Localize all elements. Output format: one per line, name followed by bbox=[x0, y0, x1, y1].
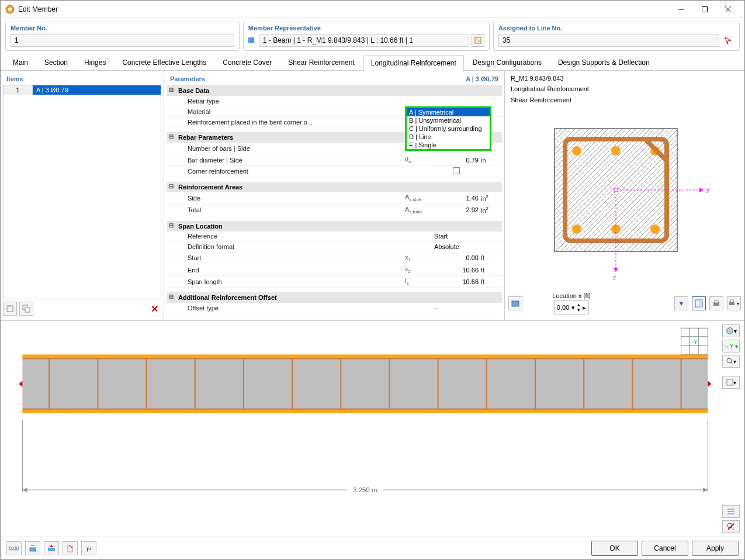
view-option-button[interactable]: ▾ bbox=[722, 376, 740, 389]
svg-rect-44 bbox=[22, 354, 708, 358]
tab-section[interactable]: Section bbox=[37, 54, 75, 70]
svg-point-1 bbox=[8, 8, 12, 11]
zoom-button[interactable]: ▾ bbox=[722, 355, 740, 368]
units-button[interactable]: 0.00 bbox=[6, 541, 22, 555]
items-header: Items bbox=[3, 73, 161, 85]
list-item[interactable]: 1 A | 3 Ø0.79 bbox=[4, 85, 161, 95]
tab-hinges[interactable]: Hinges bbox=[77, 54, 113, 70]
ok-button[interactable]: OK bbox=[591, 541, 638, 556]
view-mode-button[interactable] bbox=[692, 296, 706, 310]
member-no-input[interactable] bbox=[11, 34, 234, 47]
parameters-summary: A | 3 Ø0.79 bbox=[466, 75, 498, 82]
svg-point-19 bbox=[650, 224, 660, 234]
param-reference[interactable]: Reference Start bbox=[167, 231, 502, 242]
tab-design-supports-deflection[interactable]: Design Supports & Deflection bbox=[550, 54, 657, 70]
close-button[interactable] bbox=[716, 1, 740, 18]
group-reinforcement-areas[interactable]: Reinforcement Areas bbox=[167, 182, 502, 192]
group-span-location[interactable]: Span Location bbox=[167, 221, 502, 231]
assigned-input[interactable] bbox=[498, 34, 719, 47]
svg-rect-45 bbox=[22, 410, 708, 413]
search-disable-button[interactable] bbox=[722, 520, 740, 533]
representative-cell: Member Representative bbox=[243, 22, 490, 51]
dropdown-option[interactable]: B | Unsymmetrical bbox=[407, 116, 490, 125]
stepper-icon[interactable]: ▴▾ bbox=[577, 302, 580, 313]
param-span-length[interactable]: Span length ls 10.66 ft bbox=[167, 276, 502, 288]
svg-marker-63 bbox=[708, 381, 711, 387]
dropdown-option[interactable]: C | Uniformly surrounding bbox=[407, 125, 490, 133]
arrow-right-icon[interactable]: ▸ bbox=[583, 304, 586, 312]
param-rebar-type[interactable]: Rebar type A | Symmetrical bbox=[167, 96, 502, 106]
param-definition-format[interactable]: Definition format Absolute bbox=[167, 242, 502, 253]
footer: 0.00 ƒx OK Cancel Apply bbox=[1, 537, 744, 559]
svg-marker-62 bbox=[19, 381, 22, 387]
rebar-type-dropdown[interactable]: A | SymmetricalB | UnsymmetricalC | Unif… bbox=[405, 106, 491, 151]
cancel-button[interactable]: Cancel bbox=[642, 541, 688, 556]
titlebar: Edit Member bbox=[1, 1, 744, 18]
items-list: 1 A | 3 Ø0.79 bbox=[3, 85, 161, 299]
preview-panel: R_M1 9.843/9.843 Longitudinal Reinforcem… bbox=[505, 71, 744, 320]
new-item-button[interactable]: ★ bbox=[3, 302, 17, 316]
tool-1-button[interactable] bbox=[25, 541, 40, 555]
beam-tools: ▾ ↔Y ▾ ▾ ▾ bbox=[718, 321, 744, 537]
apply-button[interactable]: Apply bbox=[692, 541, 739, 556]
header-row: Member No. Member Representative Assigne… bbox=[1, 18, 744, 54]
maximize-button[interactable] bbox=[693, 1, 716, 18]
svg-rect-43 bbox=[22, 357, 708, 411]
tool-2-button[interactable] bbox=[44, 541, 59, 555]
dropdown-option[interactable]: D | Line bbox=[407, 133, 490, 141]
group-base-data[interactable]: Base Data bbox=[167, 85, 502, 96]
function-button[interactable]: ƒx bbox=[81, 541, 96, 555]
assigned-cell: Assigned to Line No. bbox=[493, 22, 740, 51]
list-button[interactable] bbox=[722, 505, 740, 518]
representative-edit-button[interactable] bbox=[472, 34, 484, 47]
print-dropdown-button[interactable]: ▾ bbox=[727, 296, 741, 310]
tab-main[interactable]: Main bbox=[5, 54, 36, 70]
view-3d-button[interactable]: ▾ bbox=[722, 324, 740, 337]
delete-item-button[interactable]: ✕ bbox=[147, 302, 161, 316]
tab-shear-reinforcement[interactable]: Shear Reinforcement bbox=[280, 54, 362, 70]
param-bar-diameter[interactable]: Bar diameter | Side ds 0.79 in bbox=[167, 154, 502, 166]
svg-line-71 bbox=[731, 362, 733, 364]
svg-text:★: ★ bbox=[8, 305, 11, 308]
section-preview: y z bbox=[508, 105, 741, 289]
param-offset-type[interactable]: Offset type -- bbox=[167, 303, 502, 313]
svg-marker-68 bbox=[703, 488, 708, 492]
member-no-cell: Member No. bbox=[5, 22, 240, 51]
dropdown-option[interactable]: A | Symmetrical bbox=[407, 108, 490, 116]
member-no-label: Member No. bbox=[11, 25, 234, 32]
svg-rect-32 bbox=[699, 300, 702, 307]
svg-text:y: y bbox=[706, 186, 710, 193]
svg-text:-Y: -Y bbox=[692, 339, 697, 345]
item-text: A | 3 Ø0.79 bbox=[33, 85, 161, 95]
param-corner-reinforcement[interactable]: Corner reinforcement bbox=[167, 166, 502, 177]
tab-design-configurations[interactable]: Design Configurations bbox=[465, 54, 549, 70]
tool-3-button[interactable] bbox=[63, 541, 78, 555]
representative-input[interactable] bbox=[259, 34, 469, 47]
filter-button[interactable]: ▼ bbox=[674, 296, 688, 310]
svg-rect-72 bbox=[727, 379, 733, 385]
tab-longitudinal-reinforcement[interactable]: Longitudinal Reinforcement bbox=[363, 55, 464, 71]
tab-concrete-cover[interactable]: Concrete Cover bbox=[215, 54, 279, 70]
beam-dimension: 3.250 m bbox=[353, 486, 377, 493]
group-offset[interactable]: Additional Reinforcement Offset bbox=[167, 292, 502, 303]
print-button[interactable] bbox=[709, 296, 723, 310]
axis-y-button[interactable]: ↔Y ▾ bbox=[722, 340, 740, 352]
minimize-button[interactable] bbox=[670, 1, 693, 18]
svg-line-77 bbox=[732, 527, 734, 530]
dropdown-option[interactable]: E | Single bbox=[407, 141, 490, 149]
svg-point-17 bbox=[572, 224, 581, 234]
corner-checkbox[interactable] bbox=[453, 167, 460, 174]
svg-rect-29 bbox=[614, 188, 618, 192]
svg-rect-79 bbox=[30, 548, 36, 551]
svg-rect-3 bbox=[702, 6, 708, 12]
param-end[interactable]: End x2 10.66 ft bbox=[167, 264, 502, 276]
tab-concrete-effective-lengths[interactable]: Concrete Effective Lengths bbox=[115, 54, 214, 70]
preview-refresh-button[interactable] bbox=[508, 296, 522, 310]
copy-item-button[interactable] bbox=[19, 302, 33, 316]
svg-point-70 bbox=[727, 358, 732, 363]
assigned-pick-button[interactable] bbox=[722, 34, 734, 47]
svg-marker-24 bbox=[699, 188, 704, 192]
location-input[interactable]: 0.00 ▾ ▴▾ ▸ bbox=[554, 300, 589, 314]
param-start[interactable]: Start x1 0.00 ft bbox=[167, 253, 502, 264]
svg-line-7 bbox=[476, 39, 480, 42]
